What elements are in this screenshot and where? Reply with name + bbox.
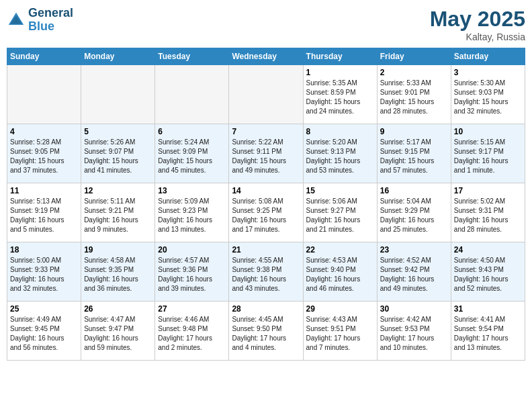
month-title: May 2025 (430, 7, 525, 32)
logo: General Blue (7, 7, 73, 34)
weekday-header-row: SundayMondayTuesdayWednesdayThursdayFrid… (7, 48, 525, 65)
calendar-cell: 20 Sunrise: 4:57 AMSunset: 9:36 PMDaylig… (155, 242, 229, 302)
day-info: Sunrise: 5:08 AMSunset: 9:25 PMDaylight:… (232, 197, 300, 234)
day-info: Sunrise: 5:24 AMSunset: 9:09 PMDaylight:… (158, 138, 226, 175)
day-info: Sunrise: 5:13 AMSunset: 9:19 PMDaylight:… (10, 197, 78, 234)
calendar-week-row: 4 Sunrise: 5:28 AMSunset: 9:05 PMDayligh… (7, 124, 525, 183)
title-block: May 2025 Kaltay, Russia (430, 7, 525, 42)
day-number: 14 (232, 186, 300, 195)
calendar-cell: 8 Sunrise: 5:20 AMSunset: 9:13 PMDayligh… (303, 124, 377, 183)
day-info: Sunrise: 5:28 AMSunset: 9:05 PMDaylight:… (10, 138, 78, 175)
calendar-cell: 5 Sunrise: 5:26 AMSunset: 9:07 PMDayligh… (81, 124, 155, 183)
day-info: Sunrise: 4:58 AMSunset: 9:35 PMDaylight:… (84, 256, 152, 293)
day-number: 11 (10, 186, 78, 195)
calendar-cell: 22 Sunrise: 4:53 AMSunset: 9:40 PMDaylig… (303, 242, 377, 302)
calendar-cell: 15 Sunrise: 5:06 AMSunset: 9:27 PMDaylig… (303, 183, 377, 242)
day-info: Sunrise: 5:04 AMSunset: 9:29 PMDaylight:… (380, 197, 448, 234)
weekday-header: Saturday (451, 48, 525, 65)
day-number: 25 (10, 304, 78, 314)
day-info: Sunrise: 4:43 AMSunset: 9:51 PMDaylight:… (306, 315, 374, 353)
day-info: Sunrise: 5:20 AMSunset: 9:13 PMDaylight:… (306, 138, 374, 175)
calendar-cell: 3 Sunrise: 5:30 AMSunset: 9:03 PMDayligh… (451, 65, 525, 124)
day-info: Sunrise: 5:30 AMSunset: 9:03 PMDaylight:… (454, 79, 522, 116)
calendar-cell: 31 Sunrise: 4:41 AMSunset: 9:54 PMDaylig… (451, 302, 525, 361)
calendar-cell: 13 Sunrise: 5:09 AMSunset: 9:23 PMDaylig… (155, 183, 229, 242)
day-info: Sunrise: 5:02 AMSunset: 9:31 PMDaylight:… (454, 197, 522, 234)
weekday-header: Friday (377, 48, 451, 65)
weekday-header: Monday (81, 48, 155, 65)
calendar-cell: 25 Sunrise: 4:49 AMSunset: 9:45 PMDaylig… (7, 302, 81, 361)
day-number: 28 (232, 304, 300, 314)
day-info: Sunrise: 5:22 AMSunset: 9:11 PMDaylight:… (232, 138, 300, 175)
day-info: Sunrise: 5:09 AMSunset: 9:23 PMDaylight:… (158, 197, 226, 234)
day-info: Sunrise: 4:49 AMSunset: 9:45 PMDaylight:… (10, 315, 78, 353)
day-info: Sunrise: 5:35 AMSunset: 8:59 PMDaylight:… (306, 79, 374, 116)
day-info: Sunrise: 4:41 AMSunset: 9:54 PMDaylight:… (454, 315, 522, 353)
day-number: 29 (306, 304, 374, 314)
day-number: 27 (158, 304, 226, 314)
calendar-week-row: 1 Sunrise: 5:35 AMSunset: 8:59 PMDayligh… (7, 65, 525, 124)
weekday-header: Sunday (7, 48, 81, 65)
day-number: 9 (380, 127, 448, 136)
day-number: 16 (380, 186, 448, 195)
day-info: Sunrise: 4:47 AMSunset: 9:47 PMDaylight:… (84, 315, 152, 353)
calendar-cell: 29 Sunrise: 4:43 AMSunset: 9:51 PMDaylig… (303, 302, 377, 361)
calendar-cell: 19 Sunrise: 4:58 AMSunset: 9:35 PMDaylig… (81, 242, 155, 302)
day-number: 30 (380, 304, 448, 314)
day-info: Sunrise: 5:11 AMSunset: 9:21 PMDaylight:… (84, 197, 152, 234)
day-number: 26 (84, 304, 152, 314)
day-number: 15 (306, 186, 374, 195)
calendar-cell: 9 Sunrise: 5:17 AMSunset: 9:15 PMDayligh… (377, 124, 451, 183)
day-number: 17 (454, 186, 522, 195)
weekday-header: Tuesday (155, 48, 229, 65)
calendar-week-row: 11 Sunrise: 5:13 AMSunset: 9:19 PMDaylig… (7, 183, 525, 242)
calendar-cell: 1 Sunrise: 5:35 AMSunset: 8:59 PMDayligh… (303, 65, 377, 124)
calendar-cell: 16 Sunrise: 5:04 AMSunset: 9:29 PMDaylig… (377, 183, 451, 242)
day-info: Sunrise: 5:06 AMSunset: 9:27 PMDaylight:… (306, 197, 374, 234)
weekday-header: Wednesday (229, 48, 303, 65)
day-info: Sunrise: 4:50 AMSunset: 9:43 PMDaylight:… (454, 256, 522, 293)
calendar-cell (229, 65, 303, 124)
day-number: 20 (158, 245, 226, 255)
calendar-cell: 28 Sunrise: 4:45 AMSunset: 9:50 PMDaylig… (229, 302, 303, 361)
calendar-cell: 21 Sunrise: 4:55 AMSunset: 9:38 PMDaylig… (229, 242, 303, 302)
logo-icon (7, 11, 26, 30)
location: Kaltay, Russia (430, 32, 525, 42)
day-info: Sunrise: 4:53 AMSunset: 9:40 PMDaylight:… (306, 256, 374, 293)
day-info: Sunrise: 4:45 AMSunset: 9:50 PMDaylight:… (232, 315, 300, 353)
calendar-cell (7, 65, 81, 124)
day-number: 10 (454, 127, 522, 136)
calendar-body: 1 Sunrise: 5:35 AMSunset: 8:59 PMDayligh… (7, 65, 525, 361)
logo-line2: Blue (28, 20, 73, 34)
day-info: Sunrise: 4:55 AMSunset: 9:38 PMDaylight:… (232, 256, 300, 293)
calendar-cell: 17 Sunrise: 5:02 AMSunset: 9:31 PMDaylig… (451, 183, 525, 242)
weekday-header: Thursday (303, 48, 377, 65)
day-info: Sunrise: 4:42 AMSunset: 9:53 PMDaylight:… (380, 315, 448, 353)
day-info: Sunrise: 4:57 AMSunset: 9:36 PMDaylight:… (158, 256, 226, 293)
day-number: 3 (454, 68, 522, 77)
day-info: Sunrise: 4:46 AMSunset: 9:48 PMDaylight:… (158, 315, 226, 353)
page-header: General Blue May 2025 Kaltay, Russia (7, 7, 525, 42)
day-number: 1 (306, 68, 374, 77)
calendar-cell: 18 Sunrise: 5:00 AMSunset: 9:33 PMDaylig… (7, 242, 81, 302)
calendar-cell: 6 Sunrise: 5:24 AMSunset: 9:09 PMDayligh… (155, 124, 229, 183)
day-number: 5 (84, 127, 152, 136)
calendar-cell: 4 Sunrise: 5:28 AMSunset: 9:05 PMDayligh… (7, 124, 81, 183)
logo-line1: General (28, 7, 73, 20)
day-number: 24 (454, 245, 522, 255)
calendar-cell: 24 Sunrise: 4:50 AMSunset: 9:43 PMDaylig… (451, 242, 525, 302)
day-info: Sunrise: 5:26 AMSunset: 9:07 PMDaylight:… (84, 138, 152, 175)
calendar-cell (155, 65, 229, 124)
calendar-cell: 11 Sunrise: 5:13 AMSunset: 9:19 PMDaylig… (7, 183, 81, 242)
day-info: Sunrise: 5:00 AMSunset: 9:33 PMDaylight:… (10, 256, 78, 293)
day-number: 18 (10, 245, 78, 255)
day-number: 8 (306, 127, 374, 136)
day-number: 4 (10, 127, 78, 136)
calendar-cell: 7 Sunrise: 5:22 AMSunset: 9:11 PMDayligh… (229, 124, 303, 183)
calendar-cell: 23 Sunrise: 4:52 AMSunset: 9:42 PMDaylig… (377, 242, 451, 302)
calendar-week-row: 18 Sunrise: 5:00 AMSunset: 9:33 PMDaylig… (7, 242, 525, 302)
day-number: 22 (306, 245, 374, 255)
day-number: 13 (158, 186, 226, 195)
day-number: 23 (380, 245, 448, 255)
logo-text: General Blue (28, 7, 73, 34)
